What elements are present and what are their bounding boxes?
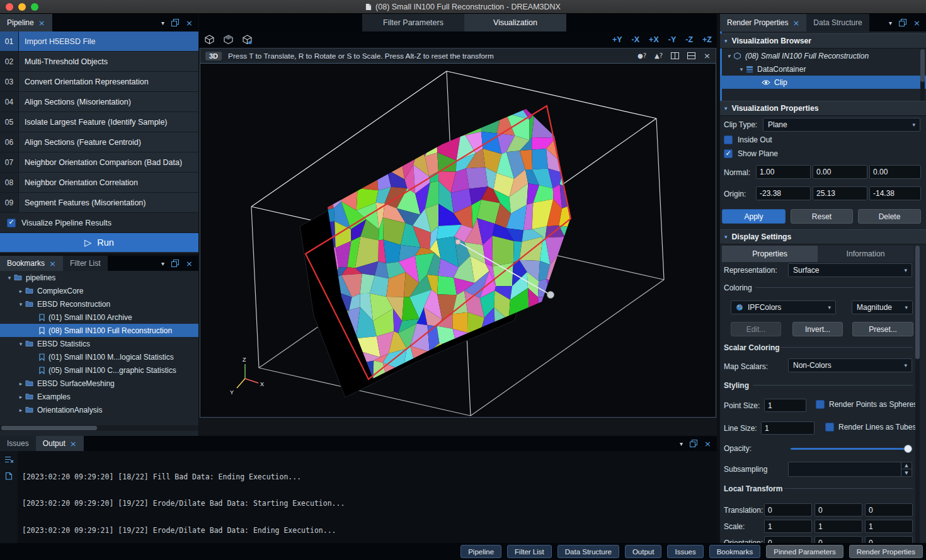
tab-issues[interactable]: Issues (0, 436, 36, 451)
close-tab-icon[interactable]: × (38, 19, 45, 27)
pipeline-step[interactable]: 06Align Sections (Feature Centroid) (0, 132, 198, 152)
chevron-down-icon[interactable]: ▾ (16, 301, 25, 307)
orientation-y-input[interactable] (815, 536, 862, 543)
slider-thumb[interactable] (904, 445, 912, 453)
tab-menu-icon[interactable]: ▾ (680, 440, 683, 447)
normal-y-input[interactable] (813, 165, 867, 179)
browser-node-pipeline[interactable]: ▾ (08) Small IN100 Full Reconstruction (720, 49, 926, 62)
tab-menu-icon[interactable]: ▾ (161, 20, 164, 26)
tab-menu-icon[interactable]: ▾ (889, 20, 892, 26)
edit-colors-button[interactable]: Edit... (731, 322, 781, 336)
tab-menu-icon[interactable]: ▾ (161, 260, 164, 267)
scale-z-input[interactable] (865, 520, 913, 533)
normal-z-input[interactable] (869, 165, 921, 179)
toggle-pinned-parameters-button[interactable]: Pinned Parameters (766, 545, 843, 558)
view-cube-icon[interactable] (204, 35, 215, 45)
scale-x-input[interactable] (764, 520, 812, 533)
scrollbar-thumb[interactable] (1, 426, 97, 430)
translation-y-input[interactable] (815, 503, 862, 517)
close-view-icon[interactable]: × (704, 51, 711, 60)
tab-visualization[interactable]: Visualization (464, 14, 566, 31)
pipeline-step[interactable]: 01Import H5EBSD File (0, 31, 198, 52)
pipeline-step[interactable]: 08Neighbor Orientation Correlation (0, 173, 198, 193)
toggle-data-structure-button[interactable]: Data Structure (557, 545, 619, 558)
tab-display-information[interactable]: Information (818, 246, 913, 262)
representation-dropdown[interactable]: Surface ▾ (788, 263, 912, 277)
split-horizontal-icon[interactable] (687, 52, 695, 59)
tree-item-crystallographic-statistics[interactable]: (05) Small IN100 C...graphic Statistics (0, 363, 198, 377)
browser-node-clip[interactable]: Clip (720, 76, 926, 89)
origin-x-input[interactable] (756, 186, 811, 200)
inside-out-row[interactable]: Inside Out (724, 135, 772, 144)
scale-y-input[interactable] (815, 520, 862, 533)
tree-item-ebsd-reconstruction[interactable]: ▾EBSD Reconstruction (0, 297, 198, 311)
snap-to-axis-cube-icon[interactable] (223, 35, 234, 45)
display-settings-header[interactable]: ▾ Display Settings (720, 229, 926, 244)
horizontal-scrollbar[interactable] (0, 425, 198, 431)
chevron-right-icon[interactable]: ▸ (16, 407, 25, 413)
point-query-icon[interactable]: ●? (637, 52, 646, 59)
close-tab-icon[interactable]: × (792, 19, 799, 27)
browser-node-datacontainer[interactable]: ▾ DataContainer (720, 62, 926, 76)
spin-down-icon[interactable]: ▼ (901, 469, 912, 476)
tab-filter-parameters[interactable]: Filter Parameters (362, 14, 464, 31)
render-points-as-spheres-row[interactable]: Render Points as Spheres (816, 400, 917, 409)
chevron-down-icon[interactable]: ▾ (724, 53, 733, 59)
split-vertical-icon[interactable] (671, 52, 679, 59)
display-settings-scrollbar[interactable] (915, 246, 920, 543)
undock-panel-icon[interactable] (171, 260, 179, 267)
chevron-right-icon[interactable]: ▸ (16, 380, 25, 387)
slider-track[interactable] (791, 448, 910, 450)
undock-panel-icon[interactable] (899, 19, 906, 26)
tab-bookmarks[interactable]: Bookmarks × (0, 256, 63, 271)
chevron-down-icon[interactable]: ▾ (5, 275, 14, 281)
chevron-down-icon[interactable]: ▾ (16, 341, 25, 347)
close-panel-icon[interactable]: × (186, 260, 193, 268)
inside-out-checkbox[interactable] (724, 135, 733, 144)
visualization-properties-header[interactable]: ▾ Visualization Properties (720, 101, 926, 116)
show-plane-row[interactable]: Show Plane (724, 149, 778, 158)
points-as-spheres-checkbox[interactable] (816, 400, 825, 409)
show-plane-checkbox[interactable] (724, 149, 733, 158)
tree-item-complexcore[interactable]: ▸ComplexCore (0, 284, 198, 297)
toggle-filter-list-button[interactable]: Filter List (507, 545, 552, 558)
pipeline-step[interactable]: 05Isolate Largest Feature (Identify Samp… (0, 112, 198, 132)
close-tab-icon[interactable]: × (49, 260, 56, 268)
lines-as-tubes-checkbox[interactable] (825, 423, 834, 431)
translation-z-input[interactable] (865, 503, 913, 517)
tab-render-properties[interactable]: Render Properties × (720, 14, 806, 31)
save-output-icon[interactable] (5, 472, 13, 480)
clip-type-dropdown[interactable]: Plane ▾ (763, 118, 920, 132)
reset-button[interactable]: Reset (791, 209, 853, 224)
component-dropdown[interactable]: Magnitude ▾ (852, 300, 913, 314)
tree-item-small-in100-archive[interactable]: (01) Small IN100 Archive (0, 311, 198, 324)
origin-y-input[interactable] (813, 186, 867, 200)
tree-item-small-in100-full-reconstruction[interactable]: (08) Small IN100 Full Reconstruction (0, 324, 198, 337)
chevron-right-icon[interactable]: ▸ (16, 394, 25, 400)
scrollbar-thumb[interactable] (915, 246, 920, 359)
tab-data-structure[interactable]: Data Structure (806, 14, 869, 31)
close-tab-icon[interactable]: × (70, 440, 77, 448)
camera-projection-cube-icon[interactable] (242, 35, 253, 45)
scrollbar-thumb[interactable] (920, 49, 925, 82)
run-button[interactable]: ▷ Run (0, 233, 198, 252)
axis-plus-y-button[interactable]: +Y (612, 35, 622, 44)
axis-minus-z-button[interactable]: -Z (685, 35, 693, 44)
toggle-output-button[interactable]: Output (625, 545, 662, 558)
chevron-down-icon[interactable]: ▾ (737, 66, 746, 72)
pipeline-step[interactable]: 07Neighbor Orientation Comparison (Bad D… (0, 152, 198, 173)
tree-item-pipelines[interactable]: ▾pipelines (0, 271, 198, 284)
zoom-window-icon[interactable] (31, 3, 38, 11)
tree-item-examples[interactable]: ▸Examples (0, 390, 198, 403)
axis-plus-z-button[interactable]: +Z (702, 35, 712, 44)
close-panel-icon[interactable]: × (913, 19, 920, 27)
normal-x-input[interactable] (756, 165, 811, 179)
chevron-right-icon[interactable]: ▸ (16, 288, 25, 294)
tab-display-properties[interactable]: Properties (722, 246, 818, 262)
translation-x-input[interactable] (764, 503, 812, 517)
axis-minus-y-button[interactable]: -Y (668, 35, 677, 44)
tree-item-ebsd-statistics[interactable]: ▾EBSD Statistics (0, 337, 198, 350)
toggle-bookmarks-button[interactable]: Bookmarks (709, 545, 761, 558)
spin-up-icon[interactable]: ▲ (901, 462, 912, 469)
tree-item-orientationanalysis[interactable]: ▸OrientationAnalysis (0, 403, 198, 416)
